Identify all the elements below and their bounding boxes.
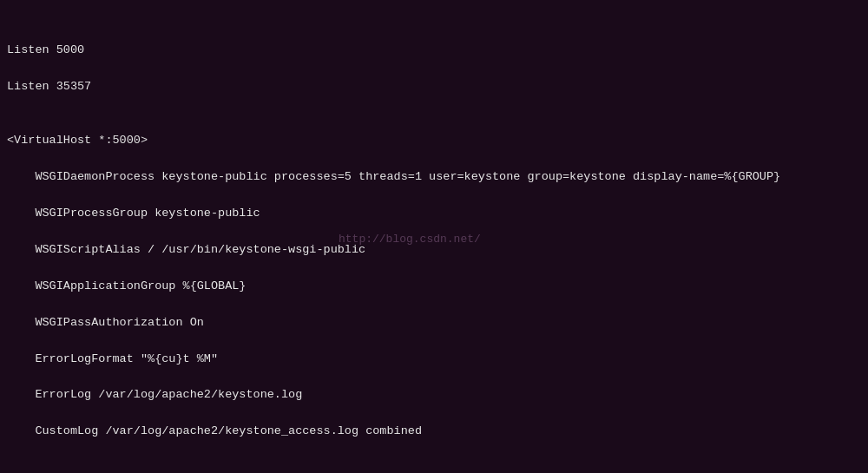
terminal-line: <VirtualHost *:5000> (7, 132, 861, 150)
terminal-line: ErrorLog /var/log/apache2/keystone.log (7, 386, 861, 404)
terminal-line: WSGIApplicationGroup %{GLOBAL} (7, 278, 861, 296)
terminal-window: Listen 5000 Listen 35357 <VirtualHost *:… (0, 0, 868, 473)
terminal-line: WSGIDaemonProcess keystone-public proces… (7, 168, 861, 187)
terminal-line: ErrorLogFormat "%{cu}t %M" (7, 351, 861, 369)
terminal-line: CustomLog /var/log/apache2/keystone_acce… (7, 423, 861, 441)
terminal-line: Listen 35357 (7, 78, 861, 96)
terminal-line: WSGIPassAuthorization On (7, 314, 861, 332)
watermark: http://blog.csdn.net/ (339, 233, 481, 246)
terminal-line: Listen 5000 (7, 42, 861, 60)
terminal-line: WSGIProcessGroup keystone-public (7, 205, 861, 223)
